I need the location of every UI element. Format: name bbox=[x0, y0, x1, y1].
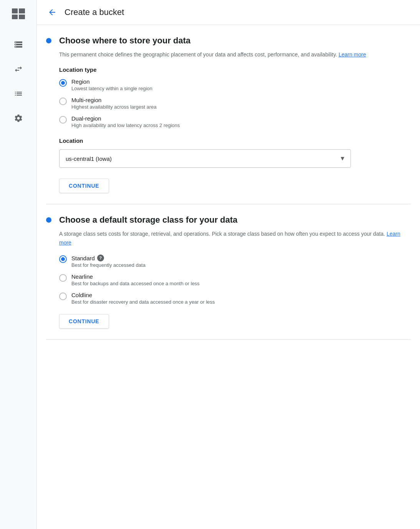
location-select[interactable]: us-central1 (Iowa) us-east1 (South Carol… bbox=[59, 149, 351, 168]
radio-dual-region-input[interactable] bbox=[59, 116, 67, 124]
radio-multi-region-label: Multi-region Highest availability across… bbox=[71, 97, 157, 110]
sidebar bbox=[0, 0, 37, 529]
section2-body: A storage class sets costs for storage, … bbox=[46, 230, 411, 329]
location-type-label: Location type bbox=[59, 66, 411, 73]
radio-standard-label: Standard ? Best for frequently accessed … bbox=[71, 255, 146, 268]
radio-standard-input[interactable] bbox=[59, 255, 67, 263]
back-button[interactable] bbox=[46, 6, 58, 18]
radio-region-label: Region Lowest latency within a single re… bbox=[71, 78, 152, 91]
location-type-radio-group: Region Lowest latency within a single re… bbox=[59, 78, 411, 128]
settings-nav-icon[interactable] bbox=[12, 112, 25, 124]
radio-nearline[interactable]: Nearline Best for backups and data acces… bbox=[59, 273, 411, 286]
radio-coldline-input[interactable] bbox=[59, 293, 67, 300]
section-storage-class: Choose a default storage class for your … bbox=[46, 204, 411, 340]
storage-nav-icon[interactable] bbox=[12, 38, 25, 51]
logo-grid-icon bbox=[12, 8, 25, 19]
section1-bullet bbox=[46, 38, 51, 43]
section1-description: This permanent choice defines the geogra… bbox=[59, 50, 411, 59]
sections-container: Choose where to store your data This per… bbox=[37, 25, 420, 340]
radio-multi-region[interactable]: Multi-region Highest availability across… bbox=[59, 97, 411, 110]
radio-nearline-label: Nearline Best for backups and data acces… bbox=[71, 273, 200, 286]
radio-dual-region-label: Dual-region High availability and low la… bbox=[71, 115, 180, 128]
radio-coldline[interactable]: Coldline Best for disaster recovery and … bbox=[59, 292, 411, 305]
radio-nearline-input[interactable] bbox=[59, 274, 67, 282]
radio-multi-region-input[interactable] bbox=[59, 98, 67, 105]
section1-header: Choose where to store your data bbox=[46, 36, 411, 46]
radio-region-input[interactable] bbox=[59, 79, 67, 87]
transfer-nav-icon[interactable] bbox=[12, 63, 25, 75]
radio-standard[interactable]: Standard ? Best for frequently accessed … bbox=[59, 255, 411, 268]
radio-region[interactable]: Region Lowest latency within a single re… bbox=[59, 78, 411, 91]
app-logo bbox=[9, 6, 28, 21]
section1-learn-more[interactable]: Learn more bbox=[339, 51, 366, 58]
standard-help-icon[interactable]: ? bbox=[97, 255, 104, 261]
location-label: Location bbox=[59, 137, 411, 144]
radio-standard-main-wrapper: Standard ? bbox=[71, 255, 146, 261]
page-header: Create a bucket bbox=[37, 0, 420, 25]
sidebar-nav bbox=[12, 32, 25, 124]
section2-continue-button[interactable]: CONTINUE bbox=[59, 314, 109, 329]
section2-bullet bbox=[46, 217, 51, 223]
section1-body: This permanent choice defines the geogra… bbox=[46, 50, 411, 193]
section2-header: Choose a default storage class for your … bbox=[46, 215, 411, 225]
main-content: Create a bucket Choose where to store yo… bbox=[37, 0, 420, 529]
radio-dual-region[interactable]: Dual-region High availability and low la… bbox=[59, 115, 411, 128]
section2-title: Choose a default storage class for your … bbox=[59, 215, 238, 225]
radio-coldline-label: Coldline Best for disaster recovery and … bbox=[71, 292, 215, 305]
section-location: Choose where to store your data This per… bbox=[46, 25, 411, 204]
location-subsection: Location us-central1 (Iowa) us-east1 (So… bbox=[59, 137, 411, 168]
location-dropdown-wrapper: us-central1 (Iowa) us-east1 (South Carol… bbox=[59, 149, 351, 168]
page-title: Create a bucket bbox=[64, 7, 124, 17]
section1-continue-button[interactable]: CONTINUE bbox=[59, 179, 109, 193]
section1-title: Choose where to store your data bbox=[59, 36, 190, 46]
storage-class-radio-group: Standard ? Best for frequently accessed … bbox=[59, 255, 411, 305]
section2-description: A storage class sets costs for storage, … bbox=[59, 230, 411, 247]
list-nav-icon[interactable] bbox=[12, 88, 25, 100]
